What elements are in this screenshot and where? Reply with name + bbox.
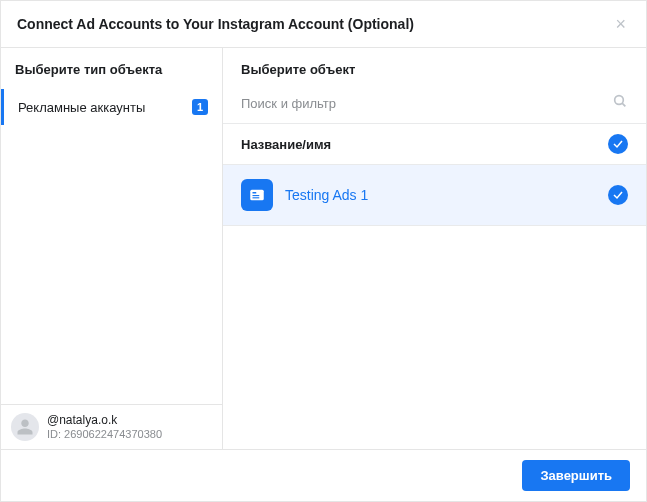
- dialog-title: Connect Ad Accounts to Your Instagram Ac…: [17, 16, 414, 32]
- svg-line-1: [622, 103, 625, 106]
- svg-rect-3: [253, 192, 257, 194]
- sidebar-title: Выберите тип объекта: [1, 48, 222, 89]
- row-name: Testing Ads 1: [285, 187, 368, 203]
- dialog-header: Connect Ad Accounts to Your Instagram Ac…: [1, 1, 646, 48]
- select-all-check-icon[interactable]: [608, 134, 628, 154]
- sidebar: Выберите тип объекта Рекламные аккаунты …: [1, 48, 223, 449]
- sidebar-footer: @natalya.o.k ID: 2690622474370380: [1, 404, 222, 449]
- dialog-body: Выберите тип объекта Рекламные аккаунты …: [1, 48, 646, 449]
- column-header-row[interactable]: Название/имя: [223, 123, 646, 165]
- sidebar-list: Рекламные аккаунты 1: [1, 89, 222, 404]
- user-meta: @natalya.o.k ID: 2690622474370380: [47, 413, 162, 441]
- connect-ad-accounts-dialog: Connect Ad Accounts to Your Instagram Ac…: [0, 0, 647, 502]
- svg-rect-5: [253, 197, 260, 198]
- svg-rect-4: [253, 195, 260, 196]
- ad-account-icon: [241, 179, 273, 211]
- column-header-name: Название/имя: [241, 137, 331, 152]
- row-left: Testing Ads 1: [241, 179, 368, 211]
- close-icon[interactable]: ×: [611, 13, 630, 35]
- svg-point-0: [615, 96, 624, 105]
- count-badge: 1: [192, 99, 208, 115]
- sidebar-item-label: Рекламные аккаунты: [18, 100, 145, 115]
- user-id: ID: 2690622474370380: [47, 428, 162, 441]
- table-row[interactable]: Testing Ads 1: [223, 165, 646, 226]
- sidebar-item-ad-accounts[interactable]: Рекламные аккаунты 1: [1, 89, 222, 125]
- search-row: [223, 87, 646, 123]
- row-check-icon[interactable]: [608, 185, 628, 205]
- user-icon: [16, 418, 34, 436]
- search-input[interactable]: [241, 96, 612, 111]
- search-icon[interactable]: [612, 93, 628, 113]
- submit-button[interactable]: Завершить: [522, 460, 630, 491]
- dialog-footer: Завершить: [1, 449, 646, 501]
- main-title: Выберите объект: [223, 48, 646, 87]
- user-handle: @natalya.o.k: [47, 413, 162, 427]
- main-panel: Выберите объект Название/имя Testing: [223, 48, 646, 449]
- avatar: [11, 413, 39, 441]
